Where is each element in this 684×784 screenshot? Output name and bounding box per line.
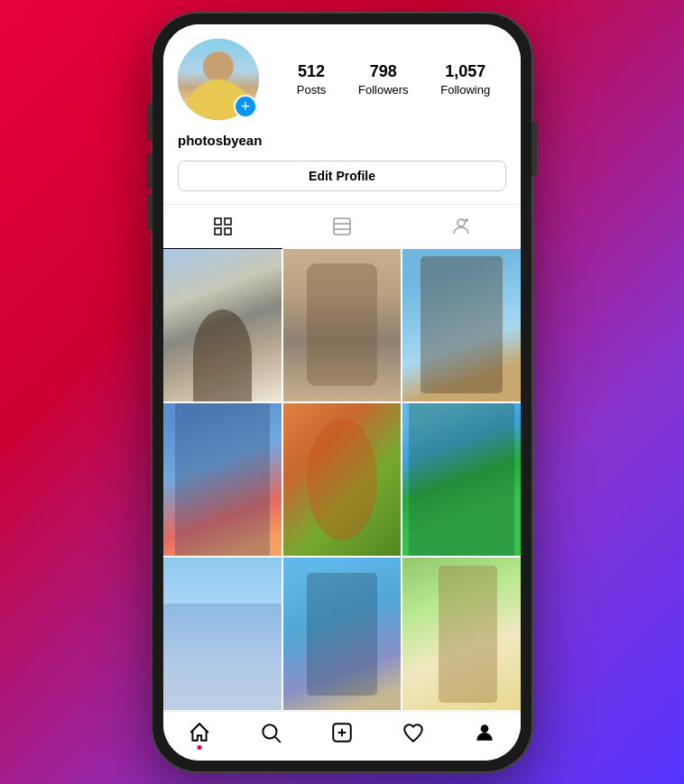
grid-cell-9[interactable]: [402, 558, 521, 710]
posts-count: 512: [298, 62, 325, 81]
svg-rect-0: [215, 218, 221, 225]
bottom-nav: [163, 711, 521, 761]
profile-header: + 512 Posts 798 Followers 1,057 Followin…: [178, 39, 506, 120]
svg-rect-1: [225, 218, 231, 225]
reels-icon: [331, 216, 353, 237]
nav-activity[interactable]: [378, 721, 449, 744]
svg-rect-2: [215, 228, 221, 235]
phone-frame: + 512 Posts 798 Followers 1,057 Followin…: [153, 14, 531, 771]
profile-area: + 512 Posts 798 Followers 1,057 Followin…: [163, 24, 521, 249]
following-count: 1,057: [445, 62, 485, 81]
svg-point-15: [481, 724, 489, 733]
stats-row: 512 Posts 798 Followers 1,057 Following: [281, 62, 506, 97]
grid-cell-3[interactable]: [402, 249, 521, 401]
tagged-icon: [450, 216, 472, 237]
followers-label: Followers: [358, 83, 409, 97]
svg-line-11: [275, 736, 281, 742]
home-notification-dot: [197, 745, 201, 750]
tabs-row: [163, 204, 521, 249]
phone-screen: + 512 Posts 798 Followers 1,057 Followin…: [163, 24, 521, 761]
grid-cell-6[interactable]: [402, 403, 521, 556]
nav-search[interactable]: [235, 721, 306, 744]
followers-count: 798: [370, 62, 397, 81]
grid-icon: [212, 216, 234, 237]
edit-profile-button[interactable]: Edit Profile: [178, 161, 506, 191]
add-story-button[interactable]: +: [234, 95, 257, 118]
posts-stat[interactable]: 512 Posts: [297, 62, 327, 97]
add-icon: [330, 721, 354, 744]
svg-rect-3: [225, 228, 231, 235]
nav-home[interactable]: [163, 721, 235, 744]
home-icon: [188, 721, 211, 744]
posts-label: Posts: [297, 83, 327, 97]
following-stat[interactable]: 1,057 Following: [440, 62, 490, 97]
grid-cell-8[interactable]: [283, 558, 402, 710]
grid-cell-7[interactable]: [163, 558, 282, 710]
tab-reels[interactable]: [282, 205, 402, 249]
avatar-wrap: +: [178, 39, 259, 120]
search-icon: [259, 721, 282, 744]
nav-add[interactable]: [306, 721, 377, 744]
grid-cell-4[interactable]: [163, 403, 282, 556]
grid-cell-2[interactable]: [283, 249, 402, 401]
nav-profile[interactable]: [449, 721, 521, 744]
following-label: Following: [440, 83, 490, 97]
profile-icon: [473, 721, 496, 744]
grid-cell-5[interactable]: [283, 403, 402, 556]
username: photosbyean: [178, 133, 506, 148]
heart-icon: [402, 721, 425, 744]
svg-point-10: [263, 724, 276, 738]
svg-rect-4: [334, 218, 350, 235]
svg-point-7: [458, 219, 465, 226]
grid-cell-1[interactable]: [163, 249, 282, 401]
tab-tagged[interactable]: [402, 205, 521, 249]
tab-grid[interactable]: [163, 205, 282, 249]
photo-grid: [163, 249, 521, 711]
followers-stat[interactable]: 798 Followers: [358, 62, 409, 97]
